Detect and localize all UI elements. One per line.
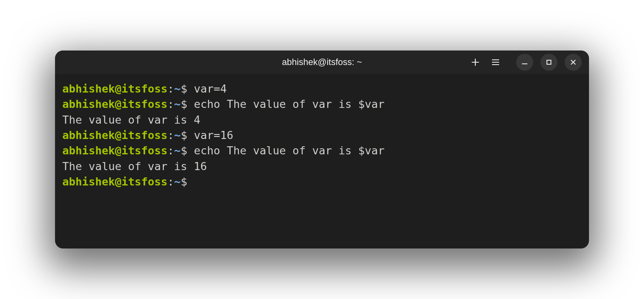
- prompt-user-host: abhishek@itsfoss: [62, 144, 167, 157]
- prompt-user-host: abhishek@itsfoss: [62, 129, 167, 141]
- prompt-user-host: abhishek@itsfoss: [62, 82, 167, 95]
- prompt-dollar: $: [181, 98, 187, 110]
- command-text: echo The value of var is $var: [194, 144, 384, 157]
- prompt-colon: :: [167, 98, 174, 110]
- output-line: The value of var is 4: [62, 112, 582, 128]
- prompt-colon: :: [167, 175, 174, 188]
- prompt-user-host: abhishek@itsfoss: [62, 175, 167, 188]
- titlebar-controls: [471, 54, 582, 71]
- prompt-path: ~: [174, 175, 180, 188]
- window-buttons: [516, 54, 582, 71]
- window-title: abhishek@itsfoss: ~: [282, 57, 362, 67]
- new-tab-button[interactable]: [471, 58, 480, 67]
- command-text: var=16: [194, 129, 233, 141]
- titlebar: abhishek@itsfoss: ~: [55, 51, 589, 74]
- prompt-path: ~: [174, 144, 180, 157]
- terminal-line: abhishek@itsfoss:~$ var=16: [62, 128, 582, 143]
- prompt-path: ~: [174, 82, 180, 95]
- terminal-line: abhishek@itsfoss:~$ echo The value of va…: [62, 143, 582, 158]
- output-line: The value of var is 16: [62, 159, 582, 174]
- minimize-button[interactable]: [516, 54, 533, 71]
- svg-rect-0: [547, 60, 551, 64]
- terminal-line: abhishek@itsfoss:~$: [62, 174, 582, 190]
- prompt-colon: :: [167, 82, 174, 95]
- prompt-user-host: abhishek@itsfoss: [62, 98, 167, 110]
- prompt-path: ~: [174, 129, 180, 141]
- terminal-line: abhishek@itsfoss:~$ var=4: [62, 81, 582, 97]
- terminal-line: abhishek@itsfoss:~$ echo The value of va…: [62, 97, 582, 112]
- prompt-dollar: $: [181, 82, 187, 95]
- prompt-dollar: $: [181, 144, 187, 157]
- menu-button[interactable]: [491, 58, 500, 67]
- command-text: echo The value of var is $var: [194, 98, 384, 110]
- close-button[interactable]: [565, 54, 582, 71]
- maximize-button[interactable]: [540, 54, 557, 71]
- prompt-colon: :: [167, 129, 174, 141]
- command-text: var=4: [194, 82, 227, 95]
- terminal-body[interactable]: abhishek@itsfoss:~$ var=4abhishek@itsfos…: [55, 74, 589, 248]
- prompt-path: ~: [174, 98, 180, 110]
- prompt-colon: :: [167, 144, 174, 157]
- prompt-dollar: $: [181, 129, 187, 141]
- terminal-window: abhishek@itsfoss: ~ abhishek@itsfoss:~: [55, 51, 589, 248]
- prompt-dollar: $: [181, 175, 187, 188]
